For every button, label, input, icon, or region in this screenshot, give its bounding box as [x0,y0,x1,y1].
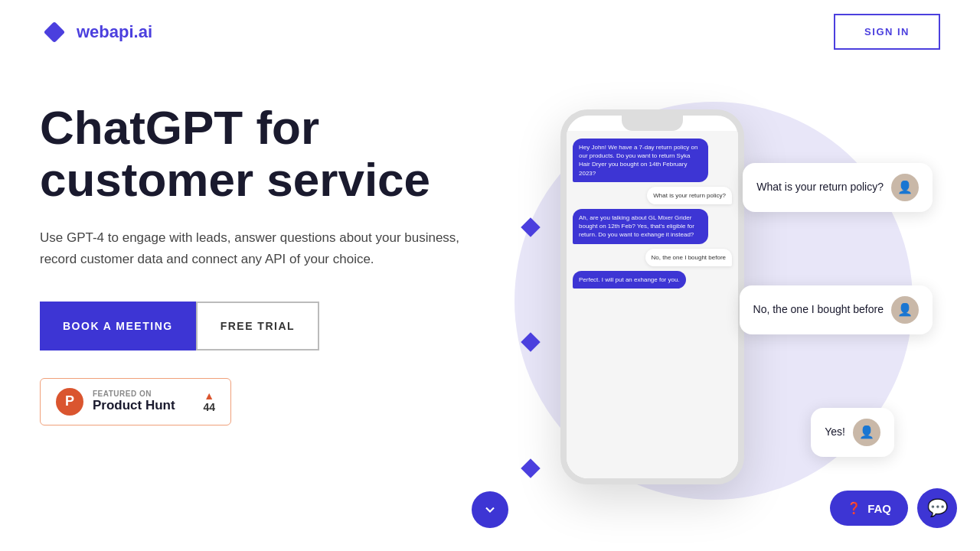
svg-rect-0 [44,21,65,42]
chat-widget-button[interactable]: 💬 [917,488,957,528]
product-hunt-badge[interactable]: P FEATURED ON Product Hunt ▲ 44 [40,378,231,425]
phone-chat-user1: What is your return policy? [647,187,732,204]
phone-notch [622,116,683,131]
product-hunt-icon: P [56,388,83,416]
bubble-user3-text: Yes! [825,425,845,440]
hero-left: ChatGPT for customer service Use GPT-4 t… [40,86,499,425]
user-avatar-3: 👤 [853,419,880,446]
float-bubble-user3: Yes! 👤 [811,408,894,457]
phone-screen: Hey John! We have a 7-day return policy … [567,131,738,478]
float-bubble-user2: No, the one I bought before 👤 [740,285,933,334]
faq-label: FAQ [867,502,891,515]
header: webapi.ai SIGN IN [0,0,980,64]
cta-buttons: BOOK A MEETING FREE TRIAL [40,302,499,350]
bubble-user2-text: No, the one I bought before [753,302,884,318]
phone-chat-bot1: Hey John! We have a 7-day return policy … [573,139,708,182]
logo[interactable]: webapi.ai [40,18,152,47]
phone-chat-bot3: Perfect. I will put an exhange for you. [573,271,686,289]
user-avatar-2: 👤 [891,296,919,324]
bottom-right-buttons: ❓ FAQ 💬 [830,488,957,528]
diamond-decoration-3 [521,458,540,478]
sign-in-button[interactable]: SIGN IN [834,14,940,50]
user-avatar-1: 👤 [891,174,919,201]
chevron-down-icon [482,502,498,517]
logo-text: webapi.ai [77,22,152,42]
faq-button[interactable]: ❓ FAQ [830,491,908,526]
hero-right: Hey John! We have a 7-day return policy … [469,86,940,546]
main-content: ChatGPT for customer service Use GPT-4 t… [0,64,980,546]
float-bubble-user1: What is your return policy? 👤 [743,163,933,212]
logo-icon [40,18,69,47]
scroll-down-button[interactable] [472,491,508,528]
phone-chat: Hey John! We have a 7-day return policy … [571,135,733,292]
phone-chat-user2: No, the one I bought before [645,249,732,266]
product-hunt-text: FEATURED ON Product Hunt [93,390,175,413]
phone-mockup: Hey John! We have a 7-day return policy … [560,109,744,484]
hero-subtitle: Use GPT-4 to engage with leads, answer q… [40,227,484,269]
faq-icon: ❓ [847,501,861,515]
free-trial-button[interactable]: FREE TRIAL [196,302,319,350]
bubble-user1-text: What is your return policy? [756,180,884,195]
book-meeting-button[interactable]: BOOK A MEETING [40,302,196,350]
phone-chat-bot2: Ah, are you talking about GL Mixer Gride… [573,209,708,244]
chat-icon: 💬 [927,498,948,518]
hero-title: ChatGPT for customer service [40,102,499,206]
product-hunt-votes: ▲ 44 [203,390,215,413]
